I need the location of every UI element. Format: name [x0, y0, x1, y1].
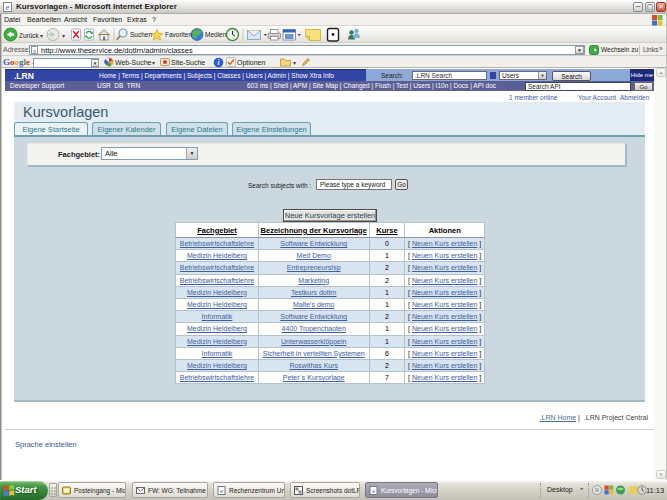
- svg-text:e: e: [33, 48, 36, 54]
- svg-text:e: e: [220, 487, 223, 495]
- svg-text:e: e: [372, 487, 375, 495]
- svg-text:e: e: [6, 3, 10, 12]
